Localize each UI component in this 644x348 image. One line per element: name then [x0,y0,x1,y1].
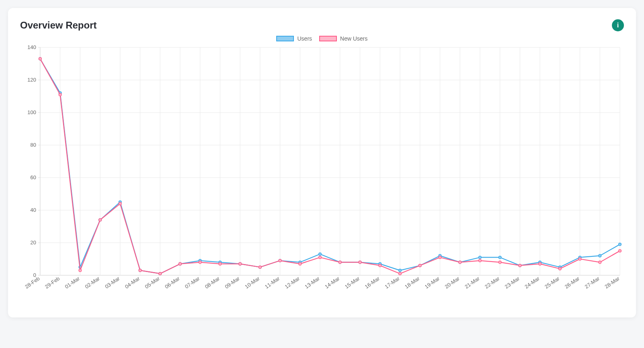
chart-area: 02040608010012014028-Feb29-Feb01-Mar02-M… [20,44,624,301]
x-tick-label: 06-Mar [164,275,181,290]
x-tick-label: 17-Mar [384,275,401,290]
data-point[interactable] [599,254,601,257]
data-point[interactable] [399,272,401,275]
legend-label-users: Users [297,35,312,42]
data-point[interactable] [419,264,422,267]
data-point[interactable] [479,259,481,262]
info-button[interactable]: i [612,19,624,31]
y-tick-label: 120 [27,77,36,83]
data-point[interactable] [399,269,401,272]
data-point[interactable] [599,261,601,264]
legend-item-users[interactable]: Users [276,35,312,42]
data-point[interactable] [459,261,461,264]
x-tick-label: 15-Mar [344,275,361,290]
data-point[interactable] [279,259,281,262]
data-point[interactable] [139,269,142,272]
x-tick-label: 20-Mar [444,275,461,290]
x-tick-label: 13-Mar [304,275,321,290]
x-tick-label: 05-Mar [144,275,161,290]
x-tick-label: 09-Mar [224,275,241,290]
x-tick-label: 02-Mar [84,275,101,290]
data-point[interactable] [539,262,542,265]
data-point[interactable] [558,268,561,270]
data-point[interactable] [479,256,481,259]
x-tick-label: 21-Mar [464,275,481,290]
data-point[interactable] [219,262,222,265]
y-tick-label: 60 [31,174,36,180]
legend-swatch-users [276,36,294,41]
x-tick-label: 19-Mar [424,275,441,290]
info-icon: i [617,22,619,29]
data-point[interactable] [239,262,242,265]
y-tick-label: 100 [27,109,36,115]
data-point[interactable] [159,272,161,275]
data-point[interactable] [79,269,82,272]
x-tick-label: 28-Feb [24,275,41,290]
card-header: Overview Report i [20,19,624,31]
x-tick-label: 12-Mar [284,275,301,290]
x-tick-label: 23-Mar [503,275,521,290]
data-point[interactable] [259,266,261,268]
data-point[interactable] [39,57,42,60]
data-point[interactable] [619,250,622,252]
x-tick-label: 29-Feb [44,275,61,290]
y-tick-label: 40 [31,207,36,213]
overview-report-card: Overview Report i Users New Users 020406… [8,8,636,317]
x-tick-label: 27-Mar [584,275,601,290]
legend-item-new-users[interactable]: New Users [319,35,367,42]
x-tick-label: 25-Mar [544,275,561,290]
x-tick-label: 16-Mar [364,275,381,290]
data-point[interactable] [199,261,202,264]
data-point[interactable] [579,258,581,260]
x-tick-label: 08-Mar [204,275,221,290]
legend-swatch-new-users [319,36,337,41]
data-point[interactable] [319,256,322,259]
x-tick-label: 01-Mar [64,275,81,290]
y-tick-label: 20 [31,240,36,246]
data-point[interactable] [519,264,522,267]
x-tick-label: 10-Mar [244,275,261,290]
x-tick-label: 14-Mar [324,275,341,290]
x-tick-label: 18-Mar [404,275,421,290]
data-point[interactable] [339,261,342,264]
chart-legend: Users New Users [20,35,624,42]
data-point[interactable] [439,256,442,259]
data-point[interactable] [359,261,361,264]
line-chart: 02040608010012014028-Feb29-Feb01-Mar02-M… [20,44,624,301]
data-point[interactable] [499,261,501,264]
x-tick-label: 22-Mar [484,275,501,290]
data-point[interactable] [319,253,322,256]
data-point[interactable] [299,262,302,265]
x-tick-label: 24-Mar [524,275,541,290]
data-point[interactable] [619,243,622,246]
data-point[interactable] [119,203,122,205]
series-line [40,59,620,274]
y-tick-label: 140 [27,44,36,50]
x-tick-label: 07-Mar [184,275,201,290]
data-point[interactable] [379,264,381,267]
card-title: Overview Report [20,20,97,31]
x-tick-label: 26-Mar [564,275,581,290]
y-tick-label: 80 [31,142,36,148]
x-tick-label: 04-Mar [124,275,141,290]
x-tick-label: 03-Mar [104,275,121,290]
data-point[interactable] [499,256,501,259]
data-point[interactable] [99,219,102,221]
series-line [40,59,620,274]
legend-label-new-users: New Users [340,35,367,42]
x-tick-label: 28-Mar [603,275,621,290]
data-point[interactable] [179,262,181,265]
data-point[interactable] [59,93,61,96]
x-tick-label: 11-Mar [264,275,281,290]
